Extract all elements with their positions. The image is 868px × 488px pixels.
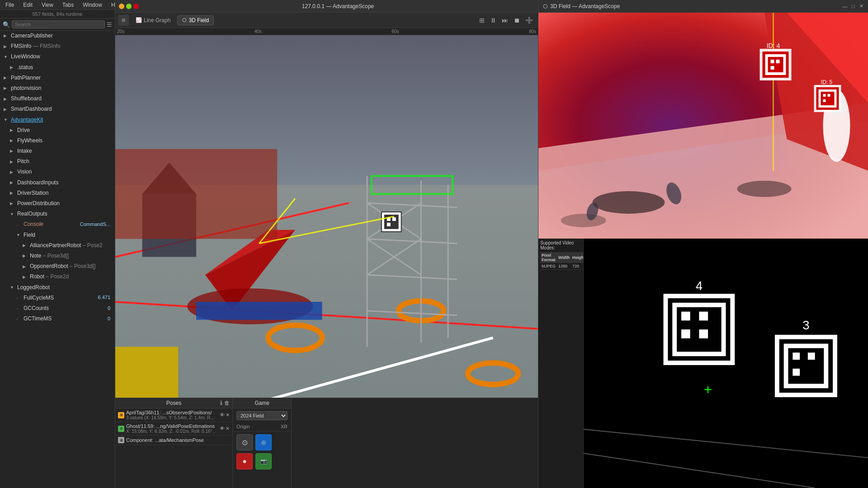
tag-label-lower: ID: 5 [821,79,833,85]
field-minimize-btn[interactable]: — [842,3,848,9]
sidebar-item-gc-counts[interactable]: GCCounts 0 [0,303,115,314]
sidebar-item-robot[interactable]: Robot – Pose2d [0,272,115,282]
label-vision: Vision [17,168,32,176]
sidebar-item-status[interactable]: .status [0,62,115,73]
sidebar-stats: 557 fields, 84s runtime [0,10,115,19]
tab-3d-field[interactable]: ⬡ 3D Field [177,15,214,25]
tab-icon-btn[interactable]: ⊞ [118,15,129,26]
search-bar: 🔍 ☰ [0,19,115,31]
arrow-dashboard-inputs [10,179,16,186]
label-pitch: Pitch [17,157,29,166]
sidebar-item-pitch[interactable]: Pitch [0,156,115,167]
menu-edit[interactable]: Edit [21,1,34,9]
label-drive: Drive [17,126,30,135]
menu-view[interactable]: View [40,1,55,9]
menu-tabs[interactable]: Tabs [61,1,75,9]
filter-icon[interactable]: ☰ [107,21,112,28]
game-red-btn[interactable]: ● [236,453,253,469]
toolbar-stop-btn[interactable]: ⏹ [511,16,522,25]
label-alliance-suffix: – Pose2 [81,241,102,250]
sidebar-item-power-distribution[interactable]: PowerDistribution [0,198,115,209]
pose-actions-ghost: 👁 ✕ [220,426,230,432]
xr-label: XR [281,424,288,429]
game-xr-btn[interactable]: ◎ [255,434,272,450]
sidebar-item-livewindow[interactable]: LiveWindow [0,52,115,62]
svg-rect-50 [771,66,774,70]
svg-rect-31 [392,217,396,221]
sidebar-tree: CameraPublisher FMSInfo — FMSInfo LiveWi… [0,31,115,488]
poses-delete-icon[interactable]: 🗑 [224,400,230,406]
sidebar-item-fmsinfo[interactable]: FMSInfo — FMSInfo [0,41,115,52]
sidebar-item-console[interactable]: Console CommandS... [0,219,115,230]
sidebar-item-full-cycle-ms[interactable]: FullCycleMS 6.471 [0,293,115,303]
arrow-intake [10,148,16,154]
sidebar-item-dashboard-inputs[interactable]: DashboardInputs [0,178,115,188]
label-opponent-robot: OpponentRobot [30,262,68,271]
poses-info-icon[interactable]: ℹ [220,400,222,406]
toolbar-step-fwd-btn[interactable]: ⏭ [500,16,510,25]
pose-item-apriltag[interactable]: ⊞ AprilTag/36h11: ...sObservedPositions/… [115,408,232,422]
sidebar-item-driver-station[interactable]: DriverStation [0,188,115,198]
pose-visible-icon-ghost[interactable]: 👁 [220,426,225,432]
pose-visible-icon-apriltag[interactable]: 👁 [220,412,225,418]
sidebar-item-logged-robot[interactable]: LoggedRobot [0,282,115,293]
label-smartdashboard: SmartDashboard [11,105,52,113]
toolbar-pause-btn[interactable]: ⏸ [488,16,499,25]
sidebar-item-photonvision[interactable]: photonvision [0,83,115,94]
sidebar-item-advantagekit[interactable]: AdvantageKit [0,115,115,125]
poses-header-icons: ℹ 🗑 [220,400,230,406]
pose-item-ghost[interactable]: ⊙ Ghost/11:59: ...ng/ValidPoseEstimation… [115,422,232,436]
arrow-vision [10,169,16,175]
menu-help[interactable]: Help [109,1,115,9]
game-origin-btn[interactable]: ⊙ [236,434,253,450]
pose-text-component: Component: ...ata/MechanismPose [126,437,230,443]
maximize-btn[interactable] [126,4,132,9]
close-btn[interactable] [133,4,139,9]
camera-view[interactable]: + 4 3 [584,239,868,488]
menu-file[interactable]: File [4,1,16,9]
camera-table: Pixel Format Width Height FR MJPEG 1280 … [540,252,584,270]
menu-window[interactable]: Window [81,1,104,9]
game-camera-btn[interactable]: 📷 [255,453,272,469]
sidebar-item-flywheels[interactable]: FlyWheels [0,136,115,146]
sidebar-item-intake[interactable]: Intake [0,146,115,156]
label-note-suffix: – Pose3d[] [41,252,69,260]
game-dropdown[interactable]: 2024 Field [236,411,288,420]
sidebar-item-pathplanner[interactable]: PathPlanner [0,73,115,83]
sidebar-item-real-outputs[interactable]: RealOutputs [0,209,115,219]
minimize-btn[interactable] [119,4,124,9]
svg-rect-49 [776,60,780,63]
arrow-note [23,253,29,259]
field-3d-top[interactable]: ID: 4 ID: 5 [538,13,868,239]
pose-close-icon-apriltag[interactable]: ✕ [226,412,230,418]
origin-xr-bar: Origin XR [233,422,291,432]
svg-rect-72 [681,329,690,338]
pose-close-icon-ghost[interactable]: ✕ [226,426,230,432]
pose-icon-ghost: ⊙ [118,426,124,432]
toolbar-add-btn[interactable]: ➕ [523,16,535,25]
col-height: Height [571,252,584,263]
sidebar-item-drive[interactable]: Drive [0,125,115,136]
sidebar-item-field[interactable]: Field [0,230,115,240]
svg-rect-73 [699,329,708,338]
sidebar-item-alliance-partner-robot[interactable]: AlliancePartnerRobot – Pose2 [0,240,115,251]
svg-point-60 [561,214,606,227]
pose-item-component[interactable]: ⊞ Component: ...ata/MechanismPose [115,436,232,445]
search-input[interactable] [12,20,105,28]
sidebar-item-vision[interactable]: Vision [0,167,115,177]
sidebar-item-opponent-robot[interactable]: OpponentRobot – Pose3d[] [0,261,115,272]
sidebar-item-shuffleboard[interactable]: Shuffleboard [0,94,115,104]
sidebar-item-note[interactable]: Note – Pose3d[] [0,251,115,261]
sidebar-item-smartdashboard[interactable]: SmartDashboard [0,104,115,114]
viewport-3d[interactable] [115,35,538,398]
tab-line-graph[interactable]: 📈 Line Graph [131,15,175,25]
camera-svg: + 4 3 [584,239,868,488]
field-maximize-btn[interactable]: □ [850,3,856,9]
sidebar-item-camera-publisher[interactable]: CameraPublisher [0,31,115,41]
field-close-btn[interactable]: ✕ [858,3,864,9]
timeline-mark-60s: 60s [392,29,399,34]
toolbar-layout-btn[interactable]: ⊞ [477,16,487,25]
arrow-real-outputs [10,211,16,217]
pose-sub-ghost: X: 15.08m, Y: 6.32m, Z: -0.01m, Roll: 0.… [126,429,218,434]
sidebar-item-gc-time-ms[interactable]: GCTimeMS 0 [0,314,115,324]
